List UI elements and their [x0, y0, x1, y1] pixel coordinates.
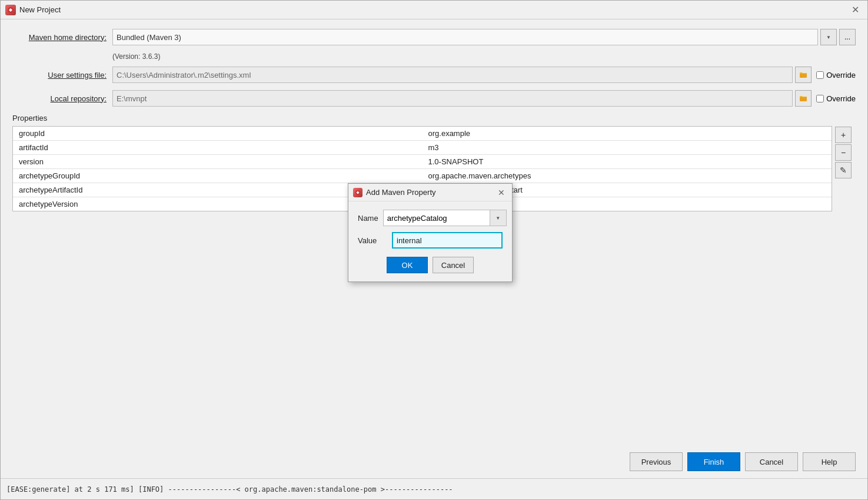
modal-title-bar: Add Maven Property ✕	[348, 184, 512, 201]
prop-value-groupid: org.example	[423, 127, 832, 141]
maven-home-label: Maven home directory:	[12, 33, 107, 42]
user-settings-override-checkbox[interactable]	[816, 71, 824, 79]
svg-rect-1	[800, 73, 807, 78]
modal-ok-button[interactable]: OK	[387, 257, 428, 273]
maven-version-text: (Version: 3.6.3)	[112, 52, 856, 61]
modal-name-input[interactable]	[383, 210, 490, 226]
local-repo-override-checkbox[interactable]	[816, 95, 824, 102]
edit-property-button[interactable]: ✎	[835, 162, 852, 178]
modal-value-input[interactable]	[392, 232, 503, 249]
maven-home-dropdown[interactable]	[820, 29, 837, 45]
local-repo-label: Local repository:	[12, 94, 107, 103]
remove-property-button[interactable]: −	[835, 144, 852, 161]
properties-side-buttons: + − ✎	[835, 127, 852, 178]
table-row: archetypeGroupId org.apache.maven.archet…	[13, 169, 832, 183]
user-settings-row: User settings file: Override	[12, 67, 856, 83]
help-button[interactable]: Help	[803, 452, 856, 471]
modal-name-dropdown[interactable]	[490, 210, 507, 226]
status-bar: [EASE:generate] at 2 s 171 ms] [INFO] --…	[1, 478, 867, 499]
modal-buttons: OK Cancel	[358, 257, 503, 273]
maven-home-label-text: Maven home directory:	[29, 33, 107, 42]
title-bar: New Project ✕	[1, 1, 867, 19]
prop-name-artifactid: artifactId	[13, 141, 423, 155]
finish-button[interactable]: Finish	[687, 452, 740, 471]
prop-value-artifactid: m3	[423, 141, 832, 155]
table-row: artifactId m3	[13, 141, 832, 155]
folder-icon	[799, 71, 807, 79]
app-icon	[5, 5, 16, 15]
prop-name-archetypegroupid: archetypeGroupId	[13, 169, 423, 183]
user-settings-browse-button[interactable]	[795, 67, 812, 83]
maven-home-input[interactable]	[112, 29, 818, 45]
user-settings-input-group: Override	[112, 67, 856, 83]
modal-value-row: Value	[358, 232, 503, 249]
user-settings-label: User settings file:	[12, 71, 107, 80]
modal-name-input-group	[383, 210, 507, 226]
modal-value-input-group	[392, 232, 503, 249]
add-maven-property-dialog: Add Maven Property ✕ Name Value	[348, 183, 513, 282]
modal-name-row: Name	[358, 210, 503, 226]
user-settings-override-label: Override	[826, 71, 856, 80]
modal-name-label: Name	[358, 214, 378, 223]
prop-name-version: version	[13, 155, 423, 169]
user-settings-override-group: Override	[816, 71, 856, 80]
modal-title-text: Add Maven Property	[366, 188, 436, 197]
modal-body: Name Value OK Cancel	[348, 201, 512, 282]
folder-icon-2	[799, 94, 807, 102]
table-row: version 1.0-SNAPSHOT	[13, 155, 832, 169]
local-repo-browse-button[interactable]	[795, 90, 812, 107]
modal-app-icon	[353, 188, 363, 197]
modal-title-left: Add Maven Property	[353, 188, 436, 197]
previous-button[interactable]: Previous	[630, 452, 683, 471]
main-window: New Project ✕ Maven home directory: ... …	[0, 0, 868, 500]
local-repo-override-label: Override	[826, 94, 856, 103]
window-title: New Project	[19, 5, 61, 14]
table-row: groupId org.example	[13, 127, 832, 141]
local-repo-row: Local repository: Override	[12, 90, 856, 107]
prop-value-version: 1.0-SNAPSHOT	[423, 155, 832, 169]
maven-home-row: Maven home directory: ...	[12, 29, 856, 45]
modal-cancel-button[interactable]: Cancel	[433, 257, 474, 273]
title-bar-left: New Project	[5, 5, 61, 15]
close-button[interactable]: ✕	[848, 3, 863, 16]
cancel-button[interactable]: Cancel	[745, 452, 798, 471]
bottom-bar: Previous Finish Cancel Help	[1, 448, 867, 476]
maven-home-input-group: ...	[112, 29, 856, 45]
local-repo-input-group: Override	[112, 90, 856, 107]
modal-close-button[interactable]: ✕	[495, 187, 507, 198]
prop-value-archetypegroupid: org.apache.maven.archetypes	[423, 169, 832, 183]
local-repo-input[interactable]	[112, 90, 793, 107]
local-repo-override-group: Override	[816, 94, 856, 103]
properties-section-label: Properties	[12, 114, 856, 122]
maven-home-browse-button[interactable]: ...	[839, 29, 856, 45]
prop-name-groupid: groupId	[13, 127, 423, 141]
status-text: [EASE:generate] at 2 s 171 ms] [INFO] --…	[6, 485, 453, 494]
modal-value-label: Value	[358, 236, 387, 245]
user-settings-input[interactable]	[112, 67, 793, 83]
add-property-button[interactable]: +	[835, 127, 852, 143]
svg-rect-2	[800, 97, 807, 101]
